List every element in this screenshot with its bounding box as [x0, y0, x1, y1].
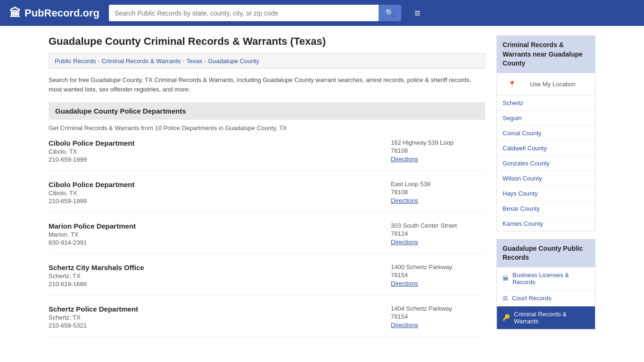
sidebar-item-nearby-7[interactable]: Bexar County	[497, 201, 595, 216]
breadcrumb-public-records[interactable]: Public Records	[55, 58, 96, 65]
directions-link-1[interactable]: Directions	[391, 197, 418, 204]
nearby-title: Criminal Records & Warrants near Guadalu…	[497, 36, 595, 73]
dept-left-3: Schertz City Marshals Office Schertz, TX…	[49, 263, 144, 288]
sidebar-link-records-0[interactable]: 🏛Business Licenses & Records	[497, 267, 595, 290]
sidebar-link-nearby-7[interactable]: Bexar County	[497, 201, 595, 216]
dept-city-1: Cibolo, TX	[49, 189, 135, 197]
sidebar-item-records-1[interactable]: ⚖Court Records	[497, 290, 595, 306]
dept-name-4: Schertz Police Department	[49, 305, 138, 313]
dept-zip-1: 78108	[391, 189, 485, 196]
directions-link-2[interactable]: Directions	[391, 239, 418, 246]
main-container: Guadalupe County Criminal Records & Warr…	[39, 26, 605, 346]
logo-icon: 🏛	[9, 7, 21, 20]
sidebar-link-nearby-2[interactable]: Comal County	[497, 126, 595, 140]
location-icon: 📍	[503, 77, 521, 91]
dept-right-2: 303 South Center Street 78124 Directions	[391, 222, 485, 246]
sidebar-item-nearby-0[interactable]: Schertz	[497, 96, 595, 111]
dept-city-0: Cibolo, TX	[49, 148, 135, 155]
dept-phone-2: 830-914-2391	[49, 239, 136, 246]
department-list: Cibolo Police Department Cibolo, TX 210-…	[49, 139, 485, 337]
rec-icon-1: ⚖	[503, 295, 508, 302]
sidebar-item-nearby-3[interactable]: Caldwell County	[497, 141, 595, 156]
search-input[interactable]	[109, 5, 379, 21]
breadcrumb-sep-2: ›	[182, 58, 184, 65]
dept-name-0: Cibolo Police Department	[49, 139, 135, 147]
use-my-location-label: Use My Location	[524, 77, 581, 91]
dept-zip-3: 78154	[391, 272, 485, 279]
dept-name-3: Schertz City Marshals Office	[49, 263, 144, 272]
sidebar-link-nearby-6[interactable]: Hays County	[497, 186, 595, 201]
search-bar: 🔍	[109, 5, 401, 21]
dept-right-0: 162 Highway 539 Loop 78108 Directions	[391, 139, 485, 163]
breadcrumb: Public Records › Criminal Records & Warr…	[49, 53, 485, 69]
dept-address-1: East Loop 539	[391, 181, 485, 188]
dept-right-4: 1404 Schertz Parkway 78154 Directions	[391, 305, 485, 329]
dept-phone-1: 210-659-1999	[49, 197, 135, 205]
sidebar-link-records-1[interactable]: ⚖Court Records	[497, 290, 595, 306]
logo-text: PubRecord.org	[25, 7, 99, 19]
dept-zip-0: 78108	[391, 147, 485, 154]
site-header: 🏛 PubRecord.org 🔍 ≡	[0, 0, 644, 26]
sidebar-link-nearby-0[interactable]: Schertz	[497, 96, 595, 110]
sidebar-link-nearby-8[interactable]: Karnes County	[497, 216, 595, 231]
dept-address-4: 1404 Schertz Parkway	[391, 305, 485, 312]
dept-city-3: Schertz, TX	[49, 272, 144, 280]
breadcrumb-criminal-records[interactable]: Criminal Records & Warrants	[101, 58, 181, 65]
rec-icon-0: 🏛	[503, 275, 509, 282]
main-content: Guadalupe County Criminal Records & Warr…	[49, 35, 485, 346]
sidebar-item-records-0[interactable]: 🏛Business Licenses & Records	[497, 267, 595, 290]
sidebar-link-records-2[interactable]: 🔑Criminal Records & Warrants	[497, 306, 595, 329]
sidebar-item-location[interactable]: 📍 Use My Location	[497, 73, 595, 96]
rec-label-1: Court Records	[512, 295, 552, 302]
public-records-list: 🏛Business Licenses & Records⚖Court Recor…	[497, 267, 595, 329]
sidebar-link-nearby-5[interactable]: Wilson County	[497, 171, 595, 186]
department-item: Marion Police Department Marion, TX 830-…	[49, 222, 485, 254]
department-item: Cibolo Police Department Cibolo, TX 210-…	[49, 181, 485, 213]
dept-left-4: Schertz Police Department Schertz, TX 21…	[49, 305, 138, 329]
department-item: Schertz Police Department Schertz, TX 21…	[49, 305, 485, 337]
dept-left-0: Cibolo Police Department Cibolo, TX 210-…	[49, 139, 135, 163]
menu-button[interactable]: ≡	[414, 7, 421, 19]
sidebar-item-nearby-1[interactable]: Seguin	[497, 111, 595, 126]
dept-phone-4: 210-658-5321	[49, 322, 138, 329]
sidebar-link-nearby-4[interactable]: Gonzales County	[497, 156, 595, 171]
breadcrumb-texas[interactable]: Texas	[186, 58, 202, 65]
sidebar-item-nearby-8[interactable]: Karnes County	[497, 216, 595, 231]
breadcrumb-guadalupe[interactable]: Guadalupe County	[208, 58, 259, 65]
department-item: Schertz City Marshals Office Schertz, TX…	[49, 263, 485, 296]
sidebar-link-nearby-3[interactable]: Caldwell County	[497, 141, 595, 156]
dept-phone-3: 210-619-1666	[49, 280, 144, 288]
sidebar-item-records-2[interactable]: 🔑Criminal Records & Warrants	[497, 306, 595, 329]
rec-label-0: Business Licenses & Records	[512, 272, 589, 286]
page-description: Search for free Guadalupe County, TX Cri…	[49, 75, 485, 94]
directions-link-3[interactable]: Directions	[391, 280, 418, 287]
dept-right-1: East Loop 539 78108 Directions	[391, 181, 485, 205]
dept-phone-0: 210-659-1999	[49, 156, 135, 163]
section-header: Guadalupe County Police Departments	[49, 102, 485, 120]
site-logo[interactable]: 🏛 PubRecord.org	[9, 7, 99, 20]
dept-zip-2: 78124	[391, 230, 485, 237]
rec-icon-2: 🔑	[503, 314, 510, 321]
sidebar-item-nearby-6[interactable]: Hays County	[497, 186, 595, 201]
sidebar-link-nearby-1[interactable]: Seguin	[497, 111, 595, 125]
nearby-box: Criminal Records & Warrants near Guadalu…	[496, 35, 595, 231]
menu-icon: ≡	[414, 7, 421, 19]
directions-link-4[interactable]: Directions	[391, 321, 418, 329]
sidebar-item-nearby-2[interactable]: Comal County	[497, 126, 595, 141]
search-button[interactable]: 🔍	[379, 5, 401, 21]
dept-name-1: Cibolo Police Department	[49, 181, 135, 189]
sidebar-item-nearby-4[interactable]: Gonzales County	[497, 156, 595, 171]
department-item: Cibolo Police Department Cibolo, TX 210-…	[49, 139, 485, 171]
sidebar-item-nearby-5[interactable]: Wilson County	[497, 171, 595, 186]
directions-link-0[interactable]: Directions	[391, 156, 418, 163]
page-title: Guadalupe County Criminal Records & Warr…	[49, 35, 485, 48]
dept-city-2: Marion, TX	[49, 231, 136, 238]
dept-address-3: 1400 Schertz Parkway	[391, 263, 485, 271]
dept-address-0: 162 Highway 539 Loop	[391, 139, 485, 146]
dept-right-3: 1400 Schertz Parkway 78154 Directions	[391, 263, 485, 288]
breadcrumb-sep-3: ›	[204, 58, 206, 65]
public-records-title: Guadalupe County Public Records	[497, 239, 595, 267]
dept-zip-4: 78154	[391, 313, 485, 320]
breadcrumb-sep-1: ›	[98, 58, 99, 65]
dept-city-4: Schertz, TX	[49, 314, 138, 321]
